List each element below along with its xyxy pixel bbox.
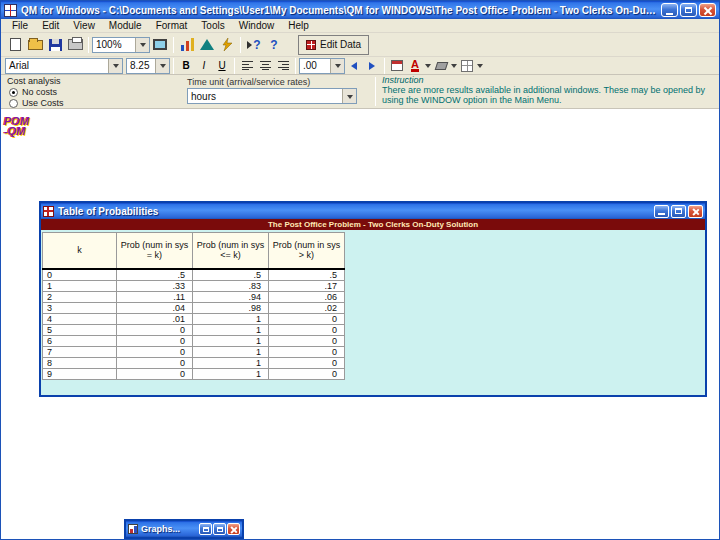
cell-value: 1: [193, 335, 269, 346]
maximize-icon: [675, 208, 682, 214]
zoom-select[interactable]: 100%: [92, 37, 150, 53]
minimize-icon: [658, 213, 665, 215]
borders-dropdown[interactable]: [476, 59, 484, 73]
cell-value: 1: [193, 357, 269, 368]
table-row: 1 .33 .83 .17: [43, 280, 345, 291]
align-center-button[interactable]: [256, 58, 274, 73]
table-row: 9 0 1 0: [43, 368, 345, 379]
cell-value: .01: [117, 313, 193, 324]
radio-selected-icon[interactable]: [9, 88, 18, 97]
parameter-bar: Cost analysis No costs Use Costs Time un…: [1, 75, 719, 109]
results-minimize-button[interactable]: [654, 205, 669, 218]
cell-value: 0: [269, 368, 345, 379]
align-left-button[interactable]: [238, 58, 256, 73]
bold-button[interactable]: B: [177, 58, 195, 73]
font-color-button[interactable]: A: [406, 58, 424, 73]
borders-button[interactable]: [458, 58, 476, 73]
chevron-down-icon[interactable]: [135, 38, 149, 52]
column-header-prob-le: Prob (num in sys <= k): [193, 233, 269, 269]
menu-file[interactable]: File: [5, 20, 35, 31]
results-close-button[interactable]: [688, 205, 703, 218]
radio-no-costs[interactable]: No costs: [9, 87, 57, 97]
save-file-button[interactable]: [45, 35, 65, 55]
toolbar-separator: [295, 58, 296, 74]
menu-tools[interactable]: Tools: [194, 20, 231, 31]
cell-value: 0: [117, 357, 193, 368]
toolbar-separator: [234, 58, 235, 74]
cell-value: .02: [269, 302, 345, 313]
menu-format[interactable]: Format: [149, 20, 195, 31]
cell-value: 0: [117, 324, 193, 335]
cell-k: 9: [43, 368, 117, 379]
menu-view[interactable]: View: [66, 20, 102, 31]
table-row: 4 .01 1 0: [43, 313, 345, 324]
screen-size-button[interactable]: [150, 35, 170, 55]
borders-icon: [461, 60, 473, 72]
decrease-decimal-button[interactable]: [345, 58, 363, 73]
results-maximize-button[interactable]: [671, 205, 686, 218]
italic-button[interactable]: I: [195, 58, 213, 73]
help-button[interactable]: ?: [264, 35, 284, 55]
time-unit-label: Time unit (arrival/service rates): [187, 77, 310, 87]
close-button[interactable]: [699, 3, 716, 17]
graphs-restore-button[interactable]: [199, 523, 212, 535]
table-icon: [43, 206, 54, 217]
radio-unselected-icon[interactable]: [9, 99, 18, 108]
graphs-maximize-button[interactable]: [213, 523, 226, 535]
menu-help[interactable]: Help: [281, 20, 316, 31]
new-file-button[interactable]: [5, 35, 25, 55]
font-select[interactable]: Arial: [5, 58, 123, 74]
toolbar-separator: [240, 37, 241, 53]
fill-color-button[interactable]: [432, 58, 450, 73]
minimize-button[interactable]: [661, 3, 678, 17]
fill-color-dropdown[interactable]: [450, 59, 458, 73]
cell-value: 0: [117, 335, 193, 346]
underline-button[interactable]: U: [213, 58, 231, 73]
chevron-down-icon[interactable]: [342, 89, 356, 103]
time-unit-select[interactable]: hours: [187, 88, 357, 104]
table-row: 7 0 1 0: [43, 346, 345, 357]
results-window-titlebar[interactable]: Table of Probabilities: [41, 203, 705, 219]
font-size-value: 8.25: [127, 60, 155, 71]
cell-value: .83: [193, 280, 269, 291]
menu-window[interactable]: Window: [232, 20, 282, 31]
restore-button[interactable]: [680, 3, 697, 17]
cell-value: 0: [269, 313, 345, 324]
table-header-row: k Prob (num in sys = k) Prob (num in sys…: [43, 233, 345, 269]
new-document-icon: [10, 38, 21, 51]
bar-graph-button[interactable]: [177, 35, 197, 55]
instruction-title: Instruction: [382, 75, 424, 85]
toolbar-separator: [173, 37, 174, 53]
cell-value: 1: [193, 368, 269, 379]
chevron-down-icon[interactable]: [155, 59, 169, 73]
restore-icon: [203, 527, 209, 532]
print-button[interactable]: [65, 35, 85, 55]
app-titlebar[interactable]: QM for Windows - C:\Documents and Settin…: [1, 1, 719, 19]
chevron-down-icon[interactable]: [108, 59, 122, 73]
font-name-value: Arial: [6, 60, 108, 71]
context-help-button[interactable]: ?: [244, 35, 264, 55]
font-color-icon: A: [411, 59, 419, 72]
date-format-button[interactable]: [388, 58, 406, 73]
close-icon: [703, 6, 712, 15]
menu-module[interactable]: Module: [102, 20, 149, 31]
font-color-dropdown[interactable]: [424, 59, 432, 73]
solve-button[interactable]: [197, 35, 217, 55]
edit-data-button[interactable]: Edit Data: [298, 35, 369, 55]
open-file-button[interactable]: [25, 35, 45, 55]
table-row: 6 0 1 0: [43, 335, 345, 346]
align-right-button[interactable]: [274, 58, 292, 73]
number-format-select[interactable]: .00: [299, 58, 345, 74]
run-button[interactable]: [217, 35, 237, 55]
graphs-close-button[interactable]: [227, 523, 240, 535]
column-header-prob-eq: Prob (num in sys = k): [117, 233, 193, 269]
minimize-icon: [666, 13, 673, 15]
graphs-window-titlebar[interactable]: Graphs...: [126, 521, 242, 537]
cell-value: .11: [117, 291, 193, 302]
menu-edit[interactable]: Edit: [35, 20, 66, 31]
font-size-select[interactable]: 8.25: [126, 58, 170, 74]
increase-decimal-button[interactable]: [363, 58, 381, 73]
cell-value: 1: [193, 346, 269, 357]
radio-use-costs[interactable]: Use Costs: [9, 98, 64, 108]
chevron-down-icon[interactable]: [330, 59, 344, 73]
